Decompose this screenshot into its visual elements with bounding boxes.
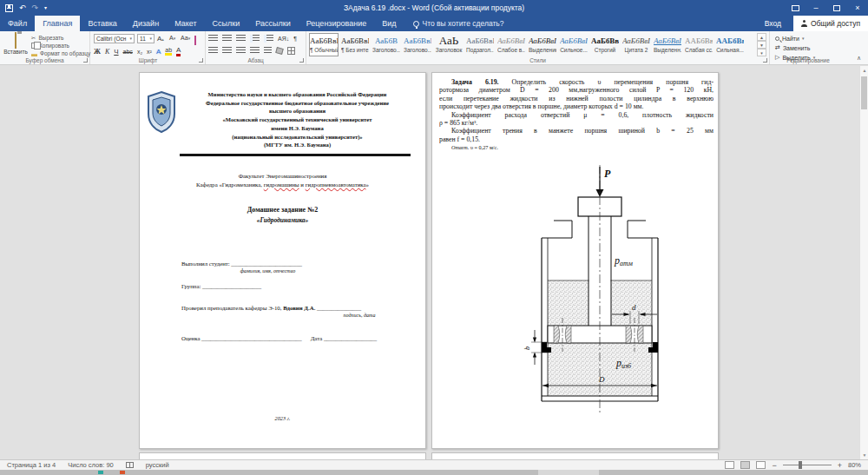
problem-line: Коэффициент трения в манжете поршня шири…: [439, 127, 713, 135]
tab-главная[interactable]: Главная: [35, 16, 80, 31]
maximize-button[interactable]: [826, 0, 847, 16]
style-card[interactable]: АаБбВвГг,¶ Без инте...: [340, 33, 370, 56]
borders-icon[interactable]: [287, 47, 295, 55]
decrease-indent-icon[interactable]: [250, 35, 260, 43]
paste-button[interactable]: Вставить: [3, 33, 29, 58]
line-spacing-icon[interactable]: [264, 47, 272, 55]
spellcheck-word: гидропневмоавтоматика: [306, 181, 366, 188]
tab-рассылки[interactable]: Рассылки: [247, 16, 298, 31]
style-card[interactable]: АаБбВвГг,Строгий: [590, 33, 620, 56]
style-card[interactable]: АаБбВвГгСлабое в...: [496, 33, 526, 56]
font-size-combobox[interactable]: 11▾: [137, 34, 155, 43]
numbering-icon[interactable]: [222, 35, 232, 43]
change-case-button[interactable]: Аа▾: [181, 35, 190, 41]
style-card[interactable]: АаБбВвГгВыделение: [528, 33, 557, 56]
align-right-icon[interactable]: [236, 47, 246, 55]
language-indicator[interactable]: русский: [146, 461, 169, 469]
tab-рецензирование[interactable]: Рецензирование: [299, 16, 375, 31]
style-card[interactable]: АаБбВвГЗаголово...: [403, 33, 432, 56]
font-dialog-launcher[interactable]: [199, 58, 203, 63]
sort-button[interactable]: АЯ↓: [278, 36, 289, 42]
problem-line-text: ρ = 865 кг/м³.: [439, 119, 477, 127]
tab-вставка[interactable]: Вставка: [80, 16, 124, 31]
paragraph-dialog-launcher[interactable]: [299, 58, 304, 63]
collapse-ribbon-button[interactable]: ∧: [857, 55, 861, 62]
bullets-icon[interactable]: [208, 35, 218, 43]
sign-in-button[interactable]: Вход: [765, 19, 781, 28]
tab-дизайн[interactable]: Дизайн: [125, 16, 167, 31]
share-button[interactable]: Общий доступ: [793, 16, 868, 31]
style-card[interactable]: АаБбВвГг,¶ Обычный: [309, 33, 339, 56]
problem-line-lead: Ответ.: [451, 144, 469, 150]
font-color-button[interactable]: А: [176, 46, 181, 56]
tab-ссылки[interactable]: Ссылки: [205, 16, 248, 31]
tell-me-box[interactable]: Что вы хотите сделать?: [413, 16, 504, 31]
underline-button[interactable]: Ч: [114, 48, 118, 56]
style-card[interactable]: АаБбВвГгЦитата 2: [621, 33, 651, 56]
zoom-in-button[interactable]: +: [838, 461, 842, 470]
tab-макет[interactable]: Макет: [167, 16, 204, 31]
zoom-level[interactable]: 80%: [848, 461, 861, 469]
copy-button[interactable]: Копировать: [31, 42, 90, 49]
style-card[interactable]: АаБбВвГПодзагол...: [465, 33, 495, 56]
show-paragraph-marks-button[interactable]: ¶: [293, 36, 297, 42]
styles-more-button[interactable]: ▾: [757, 49, 766, 56]
justify-icon[interactable]: [250, 47, 260, 55]
web-layout-button[interactable]: [756, 461, 766, 469]
format-painter-button[interactable]: Формат по образцу: [31, 49, 90, 57]
align-center-icon[interactable]: [222, 47, 232, 55]
replace-button[interactable]: ⇄ Заменить: [775, 43, 810, 52]
style-card[interactable]: АаБбВвГгСильное...: [559, 33, 589, 56]
font-name-combobox[interactable]: Calibri (Осн▾: [94, 34, 135, 43]
zoom-slider-thumb[interactable]: [799, 461, 802, 469]
style-card[interactable]: АаЬЗаголовок: [434, 33, 464, 56]
clipboard-dialog-launcher[interactable]: [83, 58, 88, 63]
grow-font-button[interactable]: А▴: [157, 35, 164, 43]
strikethrough-button[interactable]: abc: [123, 49, 133, 55]
styles-scroll-down-button[interactable]: ▼: [757, 41, 766, 49]
homework-title-line2: «Гидродинамика»: [140, 215, 425, 225]
minimize-button[interactable]: –: [806, 0, 826, 16]
proofing-icon[interactable]: [126, 462, 134, 468]
style-card[interactable]: ААБбВвГг,Сильная...: [715, 33, 745, 56]
clear-formatting-button[interactable]: [194, 36, 196, 44]
text-effects-button[interactable]: А: [156, 48, 161, 56]
cut-button[interactable]: ✂ Вырезать: [31, 34, 90, 42]
styles-dialog-launcher[interactable]: [763, 58, 767, 63]
print-layout-button[interactable]: [740, 461, 750, 469]
styles-scroll-up-button[interactable]: ▲: [757, 33, 766, 41]
style-card[interactable]: АаБбВЗаголово...: [372, 33, 401, 56]
shrink-font-button[interactable]: А▾: [169, 35, 175, 41]
page-indicator[interactable]: Страница 1 из 4: [7, 461, 56, 469]
document-page-1[interactable]: Министерство науки и высшего образования…: [139, 72, 426, 449]
zoom-out-button[interactable]: −: [772, 461, 776, 470]
ribbon-display-options-button[interactable]: [785, 0, 806, 16]
tab-вид[interactable]: Вид: [374, 16, 404, 31]
taskbar-active-button[interactable]: [538, 470, 599, 475]
taskbar-app-indicator[interactable]: [98, 471, 103, 474]
close-button[interactable]: ×: [847, 0, 868, 16]
subscript-button[interactable]: х₂: [137, 49, 142, 55]
shading-icon[interactable]: [275, 47, 284, 55]
taskbar-app-indicator[interactable]: [120, 471, 125, 474]
scrollbar-thumb[interactable]: [861, 76, 867, 109]
scroll-down-arrow[interactable]: ▼: [860, 452, 868, 458]
superscript-button[interactable]: х²: [147, 49, 152, 55]
find-button[interactable]: Найти ▾: [775, 34, 805, 43]
italic-button[interactable]: К: [105, 48, 109, 56]
scroll-up-arrow[interactable]: ▲: [860, 68, 868, 73]
read-mode-button[interactable]: [725, 461, 734, 469]
align-left-icon[interactable]: [208, 47, 218, 55]
style-card[interactable]: ААБбВвГг,Слабая сс...: [684, 33, 713, 56]
highlight-color-button[interactable]: ab: [165, 47, 172, 56]
tab-файл[interactable]: Файл: [0, 16, 35, 31]
word-count[interactable]: Число слов: 90: [68, 461, 114, 469]
multilevel-list-icon[interactable]: [236, 35, 246, 43]
zoom-slider[interactable]: [783, 465, 832, 465]
bold-button[interactable]: Ж: [94, 48, 101, 56]
vertical-scrollbar[interactable]: ▲ ▼: [859, 66, 868, 459]
increase-indent-icon[interactable]: [264, 35, 273, 43]
document-page-2[interactable]: Задача 6.19. Определить скорость υ перем…: [431, 72, 719, 449]
styles-gallery: АаБбВвГг,¶ ОбычныйАаБбВвГг,¶ Без инте...…: [309, 33, 745, 56]
style-card[interactable]: АаБбВвГгВыделенн...: [653, 33, 682, 56]
